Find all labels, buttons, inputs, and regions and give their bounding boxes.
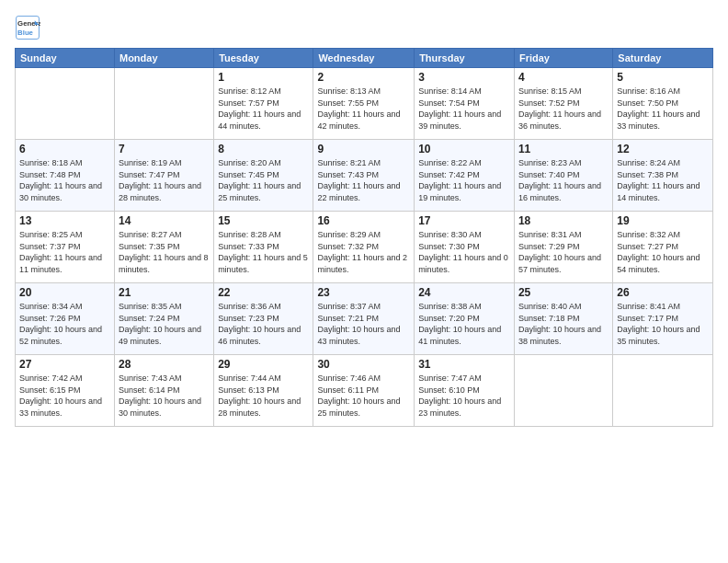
day-number: 23 [317, 286, 410, 299]
day-info: Sunrise: 8:12 AM Sunset: 7:57 PM Dayligh… [218, 86, 309, 132]
day-number: 11 [518, 143, 609, 155]
day-info: Sunrise: 8:13 AM Sunset: 7:55 PM Dayligh… [317, 86, 410, 132]
calendar-cell [114, 68, 213, 140]
calendar-cell: 17Sunrise: 8:30 AM Sunset: 7:30 PM Dayli… [415, 212, 515, 283]
day-info: Sunrise: 8:25 AM Sunset: 7:37 PM Dayligh… [19, 229, 110, 275]
calendar-cell: 19Sunrise: 8:32 AM Sunset: 7:27 PM Dayli… [613, 212, 713, 283]
calendar-cell: 16Sunrise: 8:29 AM Sunset: 7:32 PM Dayli… [313, 212, 415, 283]
day-info: Sunrise: 7:46 AM Sunset: 6:11 PM Dayligh… [317, 373, 410, 419]
day-info: Sunrise: 8:15 AM Sunset: 7:52 PM Dayligh… [518, 86, 609, 132]
calendar-cell: 10Sunrise: 8:22 AM Sunset: 7:42 PM Dayli… [415, 140, 515, 212]
day-number: 9 [317, 143, 410, 155]
day-header-wednesday: Wednesday [313, 49, 415, 68]
day-number: 10 [418, 143, 510, 155]
day-info: Sunrise: 8:20 AM Sunset: 7:45 PM Dayligh… [218, 157, 309, 203]
day-info: Sunrise: 7:47 AM Sunset: 6:10 PM Dayligh… [418, 373, 510, 419]
day-info: Sunrise: 7:44 AM Sunset: 6:13 PM Dayligh… [218, 373, 309, 419]
day-info: Sunrise: 7:42 AM Sunset: 6:15 PM Dayligh… [19, 373, 110, 419]
calendar-cell: 1Sunrise: 8:12 AM Sunset: 7:57 PM Daylig… [214, 68, 313, 140]
calendar-cell: 3Sunrise: 8:14 AM Sunset: 7:54 PM Daylig… [415, 68, 515, 140]
calendar-cell: 8Sunrise: 8:20 AM Sunset: 7:45 PM Daylig… [214, 140, 313, 212]
calendar-cell: 21Sunrise: 8:35 AM Sunset: 7:24 PM Dayli… [114, 283, 213, 355]
day-number: 25 [518, 286, 609, 299]
calendar-cell: 9Sunrise: 8:21 AM Sunset: 7:43 PM Daylig… [313, 140, 415, 212]
calendar-cell: 25Sunrise: 8:40 AM Sunset: 7:18 PM Dayli… [514, 283, 612, 355]
day-header-friday: Friday [514, 49, 612, 68]
calendar-cell: 22Sunrise: 8:36 AM Sunset: 7:23 PM Dayli… [214, 283, 313, 355]
day-info: Sunrise: 8:30 AM Sunset: 7:30 PM Dayligh… [418, 229, 510, 275]
day-info: Sunrise: 8:22 AM Sunset: 7:42 PM Dayligh… [418, 157, 510, 203]
day-info: Sunrise: 8:19 AM Sunset: 7:47 PM Dayligh… [119, 157, 210, 203]
logo: General Blue [15, 15, 44, 40]
day-number: 13 [19, 214, 110, 227]
day-number: 24 [418, 286, 510, 299]
day-number: 17 [418, 214, 510, 227]
calendar-cell: 4Sunrise: 8:15 AM Sunset: 7:52 PM Daylig… [514, 68, 612, 140]
day-number: 12 [617, 143, 709, 155]
day-info: Sunrise: 8:29 AM Sunset: 7:32 PM Dayligh… [317, 229, 410, 275]
calendar-cell: 26Sunrise: 8:41 AM Sunset: 7:17 PM Dayli… [613, 283, 713, 355]
calendar-cell: 2Sunrise: 8:13 AM Sunset: 7:55 PM Daylig… [313, 68, 415, 140]
day-header-saturday: Saturday [613, 49, 713, 68]
calendar-cell [514, 355, 612, 427]
calendar-header-row: SundayMondayTuesdayWednesdayThursdayFrid… [16, 49, 713, 68]
day-info: Sunrise: 8:35 AM Sunset: 7:24 PM Dayligh… [119, 301, 210, 347]
day-info: Sunrise: 8:21 AM Sunset: 7:43 PM Dayligh… [317, 157, 410, 203]
calendar-cell: 13Sunrise: 8:25 AM Sunset: 7:37 PM Dayli… [16, 212, 115, 283]
day-info: Sunrise: 8:32 AM Sunset: 7:27 PM Dayligh… [617, 229, 709, 275]
day-number: 6 [19, 143, 110, 155]
calendar-cell: 31Sunrise: 7:47 AM Sunset: 6:10 PM Dayli… [415, 355, 515, 427]
calendar-cell: 6Sunrise: 8:18 AM Sunset: 7:48 PM Daylig… [16, 140, 115, 212]
calendar-cell: 29Sunrise: 7:44 AM Sunset: 6:13 PM Dayli… [214, 355, 313, 427]
day-number: 30 [317, 358, 410, 371]
day-number: 2 [317, 71, 410, 84]
day-number: 14 [119, 214, 210, 227]
day-number: 8 [218, 143, 309, 155]
calendar-cell [613, 355, 713, 427]
calendar-cell: 24Sunrise: 8:38 AM Sunset: 7:20 PM Dayli… [415, 283, 515, 355]
day-info: Sunrise: 8:38 AM Sunset: 7:20 PM Dayligh… [418, 301, 510, 347]
calendar-cell: 11Sunrise: 8:23 AM Sunset: 7:40 PM Dayli… [514, 140, 612, 212]
day-header-tuesday: Tuesday [214, 49, 313, 68]
day-info: Sunrise: 8:14 AM Sunset: 7:54 PM Dayligh… [418, 86, 510, 132]
day-info: Sunrise: 8:18 AM Sunset: 7:48 PM Dayligh… [19, 157, 110, 203]
day-info: Sunrise: 8:40 AM Sunset: 7:18 PM Dayligh… [518, 301, 609, 347]
day-info: Sunrise: 8:16 AM Sunset: 7:50 PM Dayligh… [617, 86, 709, 132]
day-number: 15 [218, 214, 309, 227]
calendar-cell: 15Sunrise: 8:28 AM Sunset: 7:33 PM Dayli… [214, 212, 313, 283]
calendar-cell: 7Sunrise: 8:19 AM Sunset: 7:47 PM Daylig… [114, 140, 213, 212]
day-number: 4 [518, 71, 609, 84]
day-info: Sunrise: 8:27 AM Sunset: 7:35 PM Dayligh… [119, 229, 210, 275]
week-row-3: 20Sunrise: 8:34 AM Sunset: 7:26 PM Dayli… [16, 283, 713, 355]
day-number: 27 [19, 358, 110, 371]
week-row-1: 6Sunrise: 8:18 AM Sunset: 7:48 PM Daylig… [16, 140, 713, 212]
day-header-monday: Monday [114, 49, 213, 68]
day-number: 28 [119, 358, 210, 371]
day-number: 22 [218, 286, 309, 299]
day-number: 7 [119, 143, 210, 155]
day-info: Sunrise: 8:34 AM Sunset: 7:26 PM Dayligh… [19, 301, 110, 347]
day-number: 16 [317, 214, 410, 227]
day-number: 18 [518, 214, 609, 227]
day-number: 1 [218, 71, 309, 84]
calendar-cell: 30Sunrise: 7:46 AM Sunset: 6:11 PM Dayli… [313, 355, 415, 427]
calendar-cell: 27Sunrise: 7:42 AM Sunset: 6:15 PM Dayli… [16, 355, 115, 427]
day-info: Sunrise: 8:41 AM Sunset: 7:17 PM Dayligh… [617, 301, 709, 347]
svg-text:Blue: Blue [17, 29, 34, 37]
calendar-cell: 28Sunrise: 7:43 AM Sunset: 6:14 PM Dayli… [114, 355, 213, 427]
day-info: Sunrise: 8:31 AM Sunset: 7:29 PM Dayligh… [518, 229, 609, 275]
calendar-cell: 18Sunrise: 8:31 AM Sunset: 7:29 PM Dayli… [514, 212, 612, 283]
day-info: Sunrise: 8:37 AM Sunset: 7:21 PM Dayligh… [317, 301, 410, 347]
calendar-cell [16, 68, 115, 140]
day-info: Sunrise: 8:28 AM Sunset: 7:33 PM Dayligh… [218, 229, 309, 275]
day-header-sunday: Sunday [16, 49, 115, 68]
calendar-cell: 14Sunrise: 8:27 AM Sunset: 7:35 PM Dayli… [114, 212, 213, 283]
calendar-cell: 23Sunrise: 8:37 AM Sunset: 7:21 PM Dayli… [313, 283, 415, 355]
day-info: Sunrise: 8:36 AM Sunset: 7:23 PM Dayligh… [218, 301, 309, 347]
day-number: 5 [617, 71, 709, 84]
calendar-cell: 5Sunrise: 8:16 AM Sunset: 7:50 PM Daylig… [613, 68, 713, 140]
week-row-0: 1Sunrise: 8:12 AM Sunset: 7:57 PM Daylig… [16, 68, 713, 140]
calendar-cell: 20Sunrise: 8:34 AM Sunset: 7:26 PM Dayli… [16, 283, 115, 355]
logo-icon: General Blue [15, 15, 40, 40]
day-number: 3 [418, 71, 510, 84]
